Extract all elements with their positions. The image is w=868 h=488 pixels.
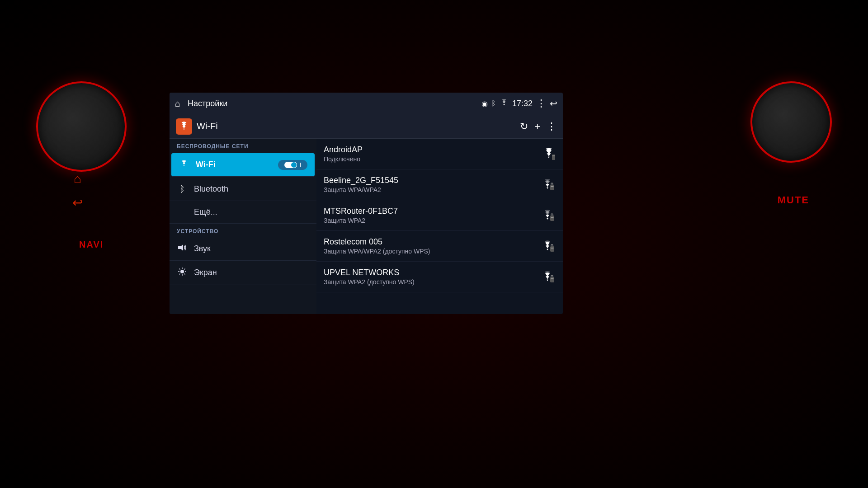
wifi-header-actions: ↻ + ⋮: [520, 121, 557, 132]
network-status-upvel: Защита WPA2 (доступно WPS): [324, 278, 542, 286]
network-signal-rostelecom: [542, 240, 556, 252]
device-section-label: УСТРОЙСТВО: [170, 224, 316, 237]
sidebar-item-wifi[interactable]: Wi-Fi I: [171, 153, 315, 177]
wireless-section-label: БЕСПРОВОДНЫЕ СЕТИ: [170, 139, 316, 152]
sound-menu-icon: [177, 244, 188, 254]
wifi-menu-icon: [179, 160, 189, 170]
left-buttons-panel: ⌂ ↩: [72, 172, 83, 210]
sound-menu-label: Звук: [194, 244, 211, 253]
network-item-androidap[interactable]: AndroidAP Подключено: [316, 139, 563, 169]
network-signal-beeline: [542, 179, 556, 191]
navi-label: NAVI: [79, 239, 104, 250]
svg-marker-0: [178, 244, 183, 251]
network-signal-androidap: [542, 148, 556, 160]
network-item-upvel[interactable]: UPVEL NETWORKS Защита WPA2 (доступно WPS…: [316, 262, 563, 292]
network-status-androidap: Подключено: [324, 155, 542, 163]
network-info-androidap: AndroidAP Подключено: [324, 145, 542, 163]
status-bar: ⌂ Настройки ◉ ᛒ 17:32 ⋮ ↩: [170, 93, 563, 114]
wifi-add-button[interactable]: +: [534, 121, 540, 132]
svg-rect-6: [550, 216, 554, 221]
network-status-beeline: Защита WPA/WPA2: [324, 186, 542, 193]
more-menu-label: Ещё...: [194, 207, 217, 217]
network-name-mtsrouter: MTSRouter-0F1BC7: [324, 206, 542, 216]
network-name-rostelecom: Rostelecom 005: [324, 237, 542, 247]
svg-rect-7: [551, 217, 554, 218]
sidebar-item-display[interactable]: Экран: [170, 261, 316, 285]
network-item-beeline[interactable]: Beeline_2G_F51545 Защита WPA/WPA2: [316, 169, 563, 200]
home-button[interactable]: ⌂: [72, 172, 83, 186]
svg-rect-3: [552, 155, 555, 156]
bluetooth-menu-label: Bluetooth: [194, 184, 228, 194]
left-knob[interactable]: [36, 81, 127, 172]
svg-rect-10: [550, 277, 554, 282]
sidebar-item-more[interactable]: Ещё...: [170, 201, 316, 224]
sidebar-item-bluetooth[interactable]: ᛒ Bluetooth: [170, 178, 316, 201]
svg-rect-9: [551, 248, 554, 249]
page-title: Настройки: [188, 99, 477, 108]
wifi-toggle-switch[interactable]: I: [278, 160, 307, 170]
status-more-icon[interactable]: ⋮: [536, 98, 546, 109]
location-icon: ◉: [481, 99, 488, 108]
status-home-icon[interactable]: ⌂: [175, 99, 180, 109]
wifi-refresh-button[interactable]: ↻: [520, 121, 528, 132]
right-knob[interactable]: [750, 81, 832, 163]
sidebar-item-sound[interactable]: Звук: [170, 237, 316, 261]
network-item-rostelecom[interactable]: Rostelecom 005 Защита WPA/WPA2 (доступно…: [316, 231, 563, 262]
network-info-mtsrouter: MTSRouter-0F1BC7 Защита WPA2: [324, 206, 542, 224]
wifi-app-icon: [176, 118, 192, 135]
status-back-icon[interactable]: ↩: [550, 98, 557, 109]
bluetooth-status-icon: ᛒ: [491, 99, 496, 108]
svg-rect-8: [550, 246, 554, 252]
display-menu-icon: [177, 267, 188, 278]
svg-rect-4: [550, 185, 554, 190]
toggle-slider: [284, 162, 297, 168]
bluetooth-menu-icon: ᛒ: [177, 184, 188, 194]
network-item-mtsrouter[interactable]: MTSRouter-0F1BC7 Защита WPA2: [316, 200, 563, 231]
settings-sidebar: БЕСПРОВОДНЫЕ СЕТИ Wi-Fi I: [170, 139, 316, 314]
svg-point-1: [180, 270, 184, 273]
network-list: AndroidAP Подключено B: [316, 139, 563, 314]
network-signal-mtsrouter: [542, 210, 556, 221]
network-name-androidap: AndroidAP: [324, 145, 542, 155]
main-screen: ⌂ Настройки ◉ ᛒ 17:32 ⋮ ↩: [170, 93, 563, 314]
svg-rect-5: [551, 186, 554, 187]
content-area: БЕСПРОВОДНЫЕ СЕТИ Wi-Fi I: [170, 139, 563, 314]
network-signal-upvel: [542, 271, 556, 283]
wifi-section-title: Wi-Fi: [197, 121, 515, 131]
toggle-thumb: [291, 162, 297, 168]
status-icons-group: ◉ ᛒ 17:32 ⋮ ↩: [481, 98, 557, 109]
wifi-header-row: Wi-Fi ↻ + ⋮: [170, 114, 563, 139]
network-name-upvel: UPVEL NETWORKS: [324, 268, 542, 277]
display-menu-label: Экран: [194, 268, 217, 277]
network-status-rostelecom: Защита WPA/WPA2 (доступно WPS): [324, 248, 542, 255]
mute-label: MUTE: [778, 194, 809, 206]
wifi-status-icon: [500, 99, 509, 108]
network-info-upvel: UPVEL NETWORKS Защита WPA2 (доступно WPS…: [324, 268, 542, 286]
status-time: 17:32: [512, 99, 533, 108]
network-info-beeline: Beeline_2G_F51545 Защита WPA/WPA2: [324, 176, 542, 193]
network-name-beeline: Beeline_2G_F51545: [324, 176, 542, 185]
wifi-menu-label: Wi-Fi: [196, 160, 216, 169]
wifi-more-button[interactable]: ⋮: [547, 121, 557, 132]
svg-rect-11: [551, 278, 554, 279]
toggle-on-indicator: I: [300, 162, 301, 168]
back-button[interactable]: ↩: [72, 195, 83, 210]
network-info-rostelecom: Rostelecom 005 Защита WPA/WPA2 (доступно…: [324, 237, 542, 255]
network-status-mtsrouter: Защита WPA2: [324, 217, 542, 224]
